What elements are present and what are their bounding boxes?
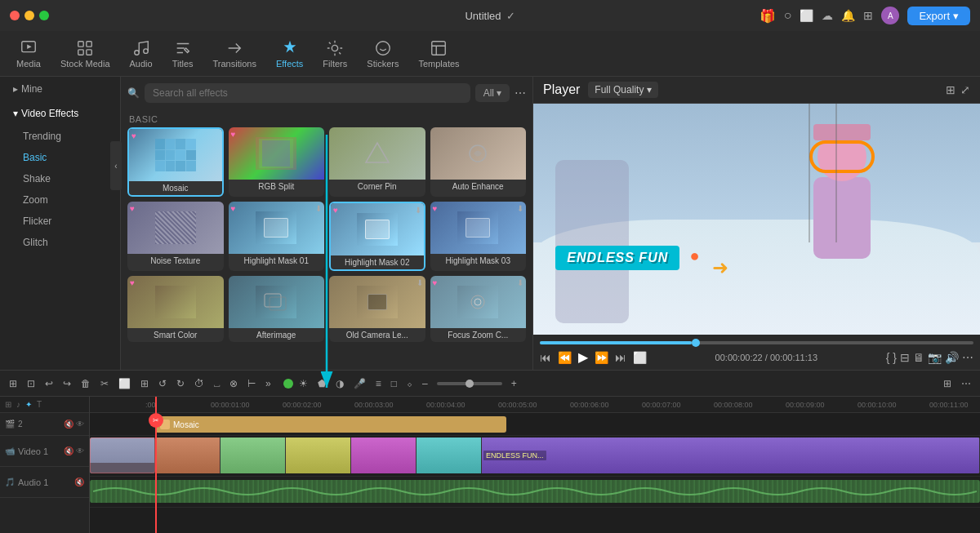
eye2-icon[interactable]: 👁 — [76, 446, 84, 455]
sidebar-item-glitch[interactable]: Glitch — [0, 232, 120, 253]
effect-smart-color[interactable]: ♥ Smart Color — [127, 276, 224, 342]
keyframe-btn[interactable]: ⬦ — [403, 375, 416, 392]
effect-mosaic[interactable]: ♥ Mosaic — [127, 127, 224, 197]
brightness-btn[interactable]: ☀ — [295, 375, 312, 392]
fullscreen-icon[interactable]: ⤢ — [960, 83, 970, 96]
add-media-icon[interactable]: ⊞ — [5, 400, 11, 409]
toolbar-titles[interactable]: Titles — [164, 36, 202, 72]
effect-rgb-split[interactable]: ♥ RGB Split — [229, 127, 325, 197]
lock-icon[interactable]: 🔇 — [64, 420, 74, 429]
effect-corner-pin[interactable]: Corner Pin — [329, 127, 425, 197]
add-effect-icon[interactable]: ✦ — [25, 400, 32, 409]
export-button[interactable]: Export ▾ — [907, 7, 970, 25]
add-audio-icon[interactable]: ♪ — [16, 400, 20, 409]
effect-highlight-03[interactable]: ♥ ⬇ Highlight Mask 03 — [430, 202, 527, 271]
toolbar-audio[interactable]: Audio — [122, 36, 161, 72]
settings2-btn[interactable]: ⋯ — [957, 375, 975, 392]
align-btn[interactable]: ⊟ — [900, 351, 910, 364]
audio-clip[interactable] — [90, 480, 980, 503]
subtitle-btn[interactable]: □ — [387, 375, 401, 392]
color-btn[interactable]: ⬟ — [314, 375, 330, 392]
video-clip[interactable]: Happy kids Click to Replace Material — [90, 438, 980, 473]
circle-icon[interactable]: ○ — [784, 8, 792, 23]
skip-fwd-button[interactable]: ⏭ — [615, 351, 626, 364]
video-effects-section[interactable]: ▾ Video Effects — [0, 101, 120, 126]
toolbar-transitions[interactable]: Transitions — [205, 36, 265, 72]
more-btn[interactable]: ⋯ — [962, 351, 973, 364]
effect-auto-enhance[interactable]: Auto Enhance — [430, 127, 527, 197]
transform-btn[interactable]: ⊗ — [225, 375, 242, 392]
effect-focus-zoom[interactable]: ♥ ⬇ Focus Zoom C... — [430, 276, 527, 342]
cloud-icon[interactable]: ☁ — [822, 9, 833, 22]
minus-btn[interactable]: – — [418, 375, 432, 392]
grid-icon[interactable]: ⊞ — [863, 9, 873, 22]
bracket-right-btn[interactable]: } — [893, 351, 897, 364]
toolbar-media[interactable]: Media — [8, 36, 49, 72]
zoom-slider-handle[interactable] — [466, 380, 474, 388]
mosaic-clip[interactable]: Mosaic — [155, 416, 506, 433]
loop-btn[interactable]: ↺ — [154, 375, 171, 392]
grid-view-icon[interactable]: ⊞ — [946, 83, 956, 96]
delete-btn[interactable]: 🗑 — [77, 375, 95, 392]
skip-frame-button[interactable]: ⏩ — [595, 351, 608, 364]
panel-collapse-btn[interactable]: ‹ — [110, 141, 122, 190]
screen-icon[interactable]: ⬜ — [800, 9, 813, 22]
eye-icon[interactable]: 👁 — [76, 420, 84, 429]
redo-btn[interactable]: ↪ — [59, 375, 75, 392]
quality-select[interactable]: Full Quality ▾ — [588, 82, 658, 98]
caption-btn[interactable]: ≡ — [372, 375, 385, 392]
magnet-btn[interactable]: ⊡ — [23, 375, 39, 392]
rewind-button[interactable]: ⏪ — [558, 351, 572, 364]
effect-highlight-02[interactable]: ♥ ⬇ Highlight Mask 02 — [329, 202, 425, 271]
undo-btn[interactable]: ↩ — [41, 375, 57, 392]
sidebar-item-zoom[interactable]: Zoom — [0, 189, 120, 211]
add-text-icon[interactable]: T — [37, 400, 42, 409]
grid2-btn[interactable]: ⊞ — [939, 375, 956, 392]
sidebar-item-flicker[interactable]: Flicker — [0, 211, 120, 232]
mine-section[interactable]: ▸ Mine — [0, 77, 120, 101]
progress-bar[interactable] — [540, 341, 973, 344]
sidebar-item-trending[interactable]: Trending — [0, 126, 120, 147]
close-button[interactable] — [10, 11, 20, 20]
toolbar-stock[interactable]: Stock Media — [52, 36, 118, 72]
cut-icon[interactable]: ✂ — [149, 413, 163, 428]
skip-back-button[interactable]: ⏮ — [540, 351, 551, 364]
maximize-button[interactable] — [39, 11, 49, 20]
mic-btn[interactable]: 🎤 — [350, 375, 370, 392]
sidebar-item-basic[interactable]: Basic — [0, 147, 120, 168]
effect-old-camera[interactable]: ⬇ Old Camera Le... — [329, 276, 425, 342]
split-view-btn[interactable]: ⊞ — [5, 375, 21, 392]
speed-btn[interactable]: ⏱ — [190, 375, 208, 392]
mute2-icon[interactable]: 🔇 — [74, 477, 84, 486]
more-tl-btn[interactable]: » — [261, 375, 275, 392]
gift-icon[interactable]: 🎁 — [760, 8, 776, 24]
fullscreen-btn[interactable]: ⬜ — [633, 351, 647, 364]
more-options-icon[interactable]: ⋯ — [514, 87, 526, 100]
search-input[interactable] — [145, 83, 470, 103]
toolbar-stickers[interactable]: Stickers — [359, 36, 407, 72]
effect-highlight-01[interactable]: ♥ ⬇ Highlight Mask 01 — [229, 202, 325, 271]
record-btn[interactable] — [283, 379, 293, 389]
toolbar-effects[interactable]: Effects — [268, 36, 311, 72]
minimize-button[interactable] — [24, 11, 34, 20]
filter-all-button[interactable]: All ▾ — [475, 84, 510, 102]
scissors-btn[interactable]: ✂ — [96, 375, 113, 392]
camera-btn[interactable]: 📷 — [928, 351, 942, 364]
plus-btn[interactable]: + — [507, 375, 521, 392]
audio-btn[interactable]: 🔊 — [945, 351, 959, 364]
screen-btn[interactable]: 🖥 — [913, 351, 924, 364]
avatar[interactable]: A — [881, 7, 899, 24]
toolbar-templates[interactable]: Templates — [410, 36, 467, 72]
split2-btn[interactable]: ⊢ — [243, 375, 260, 392]
mask-btn[interactable]: ◑ — [332, 375, 348, 392]
sidebar-item-shake[interactable]: Shake — [0, 168, 120, 189]
loop2-btn[interactable]: ↻ — [172, 375, 189, 392]
effect-afterimage[interactable]: Afterimage — [229, 276, 325, 342]
crop-btn[interactable]: ⬜ — [114, 375, 135, 392]
mute-icon[interactable]: 🔇 — [64, 446, 74, 455]
align-left-btn[interactable]: ⊞ — [136, 375, 153, 392]
bracket-left-btn[interactable]: { — [886, 351, 890, 364]
freeze-btn[interactable]: ⎵ — [210, 375, 224, 392]
toolbar-filters[interactable]: Filters — [314, 36, 355, 72]
bell-icon[interactable]: 🔔 — [841, 9, 855, 22]
